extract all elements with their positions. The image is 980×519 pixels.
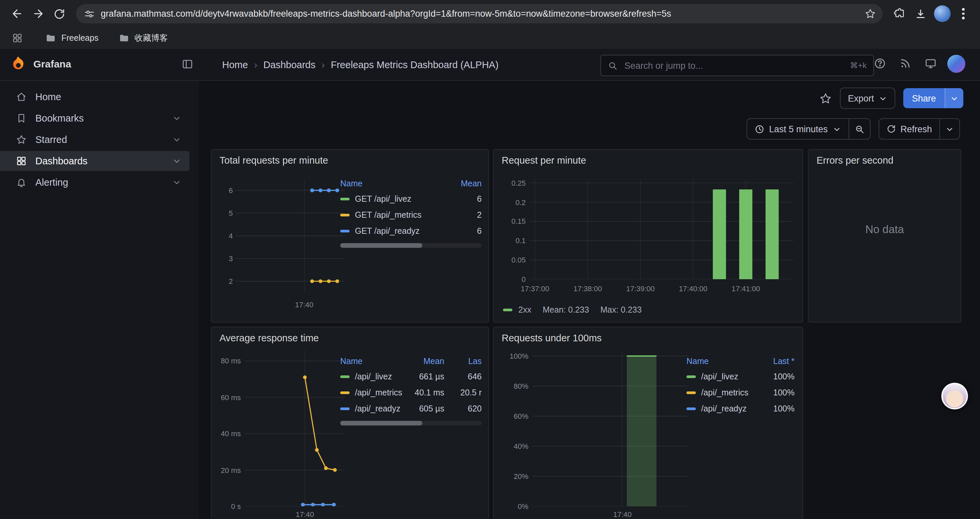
panel-requests-under-100ms[interactable]: Requests under 100ms 100% 80% 60% 40% 20… bbox=[493, 327, 803, 519]
favorite-star-icon[interactable] bbox=[819, 92, 832, 105]
series-mean: Mean: 0.233 bbox=[543, 305, 589, 315]
back-icon[interactable] bbox=[7, 4, 27, 24]
reload-icon[interactable] bbox=[49, 4, 69, 24]
bookmark-label: Freeleaps bbox=[61, 34, 99, 43]
legend-row[interactable]: GET /api/_readyz 6 bbox=[340, 223, 482, 239]
share-menu-button[interactable] bbox=[945, 88, 963, 108]
zoom-out-button[interactable] bbox=[848, 119, 870, 139]
legend-row[interactable]: /api/_livez 100% bbox=[686, 369, 795, 385]
chevron-right-icon: › bbox=[321, 59, 325, 70]
bookmark-folder-blog[interactable]: 收藏博客 bbox=[118, 32, 168, 44]
url-text[interactable]: grafana.mathmast.com/d/deytv4rwavabkb/fr… bbox=[101, 9, 855, 19]
y-tick: 40% bbox=[514, 442, 528, 450]
bell-icon bbox=[16, 177, 27, 188]
apps-grid-icon[interactable] bbox=[10, 30, 25, 46]
series-dash-green bbox=[340, 376, 350, 378]
legend-col-mean[interactable]: Mean bbox=[406, 357, 444, 366]
bookmark-star-icon[interactable] bbox=[861, 5, 878, 22]
legend-scrollbar[interactable] bbox=[340, 243, 482, 248]
downloads-icon[interactable] bbox=[911, 4, 931, 24]
legend-row[interactable]: /api/_livez 661 µs 646 bbox=[340, 369, 482, 385]
sidebar-item-home[interactable]: Home bbox=[0, 87, 189, 107]
sidebar-item-bookmarks[interactable]: Bookmarks bbox=[0, 108, 189, 128]
sidebar-item-label: Dashboards bbox=[35, 156, 88, 166]
dashboard-actions: Export Share bbox=[819, 88, 963, 108]
panel-errors-per-second[interactable]: Errors per second No data bbox=[808, 149, 961, 323]
chevron-down-icon[interactable] bbox=[172, 178, 181, 187]
panel-title[interactable]: Requests under 100ms bbox=[494, 327, 803, 343]
profile-avatar[interactable] bbox=[932, 4, 952, 24]
grafana-logo[interactable] bbox=[10, 56, 27, 73]
forward-icon[interactable] bbox=[28, 4, 48, 24]
series-dash-blue bbox=[340, 230, 350, 232]
address-bar[interactable]: grafana.mathmast.com/d/deytv4rwavabkb/fr… bbox=[76, 4, 883, 23]
x-tick: 17:40 bbox=[295, 300, 313, 308]
export-button[interactable]: Export bbox=[840, 88, 895, 109]
legend-row[interactable]: GET /api/_livez 6 bbox=[340, 191, 482, 207]
legend-scrollbar[interactable] bbox=[340, 421, 482, 425]
legend-row[interactable]: GET /api/_metrics 2 bbox=[340, 207, 482, 223]
site-settings-icon[interactable] bbox=[84, 8, 95, 19]
sidebar-item-dashboards[interactable]: Dashboards bbox=[0, 151, 189, 171]
x-tick: 17:39:00 bbox=[626, 284, 655, 292]
panel-title[interactable]: Average response time bbox=[212, 327, 488, 343]
y-tick: 5 bbox=[229, 209, 233, 217]
x-tick: 17:40 bbox=[296, 510, 314, 518]
legend-col-mean[interactable]: Mean bbox=[448, 179, 482, 188]
bar-plot bbox=[532, 350, 689, 506]
panel-title[interactable]: Request per minute bbox=[494, 150, 803, 166]
panel-average-response-time[interactable]: Average response time 80 ms 60 ms 40 ms … bbox=[211, 327, 489, 519]
sidebar-item-label: Alerting bbox=[35, 177, 68, 188]
breadcrumb-home[interactable]: Home bbox=[222, 59, 248, 70]
legend-col-name[interactable]: Name bbox=[340, 357, 406, 366]
y-tick: 20% bbox=[514, 472, 528, 480]
news-rss-icon[interactable] bbox=[896, 54, 915, 73]
export-label: Export bbox=[848, 93, 874, 103]
scrollbar-thumb[interactable] bbox=[340, 243, 422, 248]
panel-title[interactable]: Errors per second bbox=[808, 150, 961, 166]
user-avatar[interactable] bbox=[947, 54, 965, 73]
scrollbar-thumb[interactable] bbox=[340, 421, 422, 425]
y-tick: 100% bbox=[510, 352, 528, 360]
breadcrumb: Home › Dashboards › Freeleaps Metrics Da… bbox=[222, 59, 499, 70]
refresh-button-group: Refresh bbox=[878, 118, 960, 140]
legend-row[interactable]: /api/_readyz 100% bbox=[686, 401, 795, 417]
chart-average-response-time: 80 ms 60 ms 40 ms 20 ms 0 s 17:40 bbox=[218, 350, 345, 519]
sidebar-item-alerting[interactable]: Alerting bbox=[0, 172, 189, 192]
y-tick: 0.05 bbox=[511, 256, 526, 264]
chevron-down-icon[interactable] bbox=[172, 156, 181, 166]
legend-row[interactable]: /api/_metrics 40.1 ms 20.5 r bbox=[340, 385, 482, 401]
extensions-icon[interactable] bbox=[889, 4, 909, 24]
series-name: /api/_readyz bbox=[355, 404, 400, 414]
panel-total-requests[interactable]: Total requests per minute 6 5 4 3 2 17:4… bbox=[211, 149, 489, 323]
share-button[interactable]: Share bbox=[903, 88, 945, 108]
help-icon[interactable] bbox=[870, 54, 889, 73]
chevron-down-icon[interactable] bbox=[172, 113, 181, 123]
screen: grafana.mathmast.com/d/deytv4rwavabkb/fr… bbox=[0, 0, 980, 519]
browser-menu-icon[interactable] bbox=[953, 4, 973, 24]
breadcrumb-dashboards[interactable]: Dashboards bbox=[263, 59, 315, 70]
legend-row[interactable]: /api/_metrics 100% bbox=[686, 385, 795, 401]
search-input[interactable] bbox=[623, 60, 845, 71]
chevron-down-icon[interactable] bbox=[172, 135, 181, 144]
monitor-icon[interactable] bbox=[921, 54, 940, 73]
y-tick: 0% bbox=[518, 502, 528, 510]
panel-title[interactable]: Total requests per minute bbox=[212, 150, 488, 166]
series-name[interactable]: 2xx bbox=[519, 305, 531, 315]
floating-assistant-avatar[interactable] bbox=[941, 383, 968, 409]
series-mean: 2 bbox=[448, 211, 482, 220]
legend-col-name[interactable]: Name bbox=[340, 179, 448, 188]
legend-row[interactable]: /api/_readyz 605 µs 620 bbox=[340, 401, 482, 417]
refresh-button[interactable]: Refresh bbox=[879, 119, 939, 139]
legend-col-last[interactable]: Las bbox=[444, 357, 482, 366]
panel-request-per-minute[interactable]: Request per minute 0.25 0.2 0.15 0.1 0.0… bbox=[493, 149, 803, 323]
dock-sidebar-icon[interactable] bbox=[181, 58, 194, 70]
refresh-interval-button[interactable] bbox=[939, 119, 959, 139]
bookmark-folder-freeleaps[interactable]: Freeleaps bbox=[45, 33, 99, 43]
sidebar-item-starred[interactable]: Starred bbox=[0, 129, 189, 150]
series-dash-green bbox=[503, 309, 512, 311]
legend-col-name[interactable]: Name bbox=[686, 357, 761, 366]
time-range-picker[interactable]: Last 5 minutes bbox=[747, 119, 849, 139]
legend-col-last[interactable]: Last * bbox=[761, 357, 795, 366]
search-box[interactable]: ⌘+k bbox=[600, 55, 874, 76]
